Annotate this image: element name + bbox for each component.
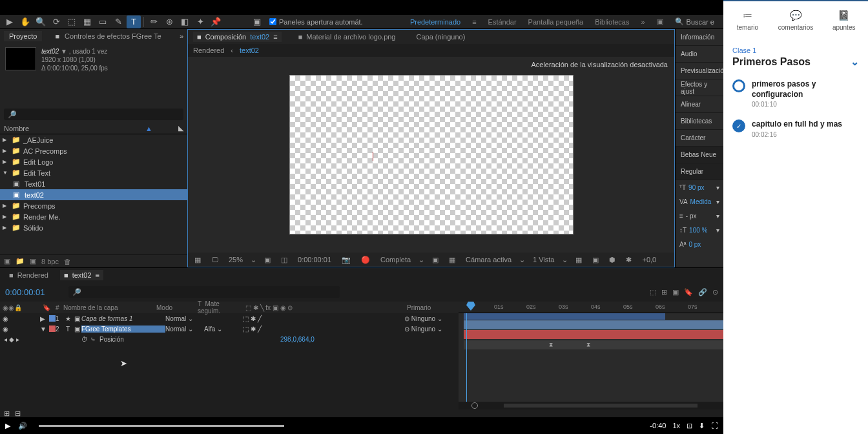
puppet-tool-icon[interactable]: 📌 bbox=[209, 16, 223, 28]
workspace-standard[interactable]: Estándar bbox=[488, 18, 517, 26]
new-folder-icon[interactable]: 📁 bbox=[16, 257, 25, 265]
font-size[interactable]: 90 px bbox=[688, 184, 704, 191]
panel-info[interactable]: Información bbox=[676, 29, 723, 46]
layer-row-1[interactable]: ◉ ▶ 1 ★ ▣ Capa de formas 1 Normal ⌄ ⬚ ✱ … bbox=[0, 313, 459, 324]
transparency-icon[interactable]: ▦ bbox=[446, 256, 458, 264]
tl-graph-icon[interactable]: ⊞ bbox=[661, 288, 667, 296]
folder-solid[interactable]: ▶📁Sólido bbox=[0, 222, 187, 233]
snap-icon[interactable]: ▣ bbox=[250, 16, 264, 28]
tl-render-icon[interactable]: ⊙ bbox=[712, 288, 718, 296]
panel-preview[interactable]: Previsualizació bbox=[676, 63, 723, 79]
play-button[interactable]: ▶ bbox=[5, 422, 10, 430]
timeline-ruler[interactable]: 01s 02s 03s 04s 05s 06s 07s bbox=[459, 302, 723, 313]
ruler-icon[interactable]: ▣ bbox=[590, 256, 601, 264]
tl-snap-icon[interactable]: ▣ bbox=[672, 288, 679, 296]
trash-icon[interactable]: 🗑 bbox=[64, 258, 71, 265]
more-panels-icon[interactable]: » bbox=[180, 32, 183, 40]
time-display[interactable]: 0:00:00:01 bbox=[295, 256, 334, 264]
timeline-tab-text02[interactable]: ■text02≡ bbox=[60, 270, 103, 280]
guides-icon[interactable]: ▦ bbox=[573, 256, 584, 264]
mask-icon[interactable]: ◫ bbox=[278, 256, 290, 264]
label-icon[interactable]: ◣ bbox=[178, 124, 183, 132]
effect-controls-tab[interactable]: Controles de efectos FGree Te bbox=[59, 31, 167, 41]
layer-tab[interactable]: Capa (ninguno) bbox=[413, 32, 470, 42]
speed-button[interactable]: 1x bbox=[672, 422, 680, 429]
tl-marker-icon[interactable]: 🔖 bbox=[684, 288, 693, 296]
folder-ac-precomps[interactable]: ▶📁AC Precomps bbox=[0, 145, 187, 156]
font-weight-dropdown[interactable]: Regular bbox=[676, 163, 723, 180]
breadcrumb-current[interactable]: text02 bbox=[240, 46, 259, 54]
comp-text02[interactable]: ▣text02 bbox=[0, 189, 187, 200]
timeline-timecode[interactable]: 0:00:00:01 bbox=[0, 287, 65, 297]
timeline-search[interactable]: 🔎 bbox=[68, 286, 340, 298]
lp-lesson-2[interactable]: ✓ capitulo en full hd y mas 00:02:16 bbox=[732, 119, 859, 138]
rect-tool-icon[interactable]: ▭ bbox=[96, 16, 110, 28]
folder-render-me[interactable]: ▶📁Render Me. bbox=[0, 211, 187, 222]
volume-icon[interactable]: 🔊 bbox=[18, 422, 27, 430]
lp-tab-comentarios[interactable]: 💬 comentarios bbox=[772, 1, 820, 39]
vscale[interactable]: 100 % bbox=[689, 227, 707, 234]
workspace-default[interactable]: Predeterminado bbox=[410, 18, 460, 26]
panel-effects[interactable]: Efectos y ajust bbox=[676, 79, 723, 96]
lp-section-title[interactable]: Primeros Pasos ⌄ bbox=[732, 56, 859, 68]
comp-viewer-tab[interactable]: ■Composición text02 ≡ bbox=[193, 32, 282, 42]
zoom-tool-icon[interactable]: 🔍 bbox=[34, 16, 48, 28]
sort-arrow-icon[interactable]: ▲ bbox=[145, 125, 152, 132]
panel-audio[interactable]: Audio bbox=[676, 46, 723, 63]
tl-attach-icon[interactable]: 🔗 bbox=[698, 288, 707, 296]
clone-tool-icon[interactable]: ⊛ bbox=[162, 16, 176, 28]
playhead[interactable] bbox=[466, 302, 475, 311]
composition-canvas[interactable] bbox=[289, 75, 574, 234]
footage-tab[interactable]: ■Material de archivo logo.png bbox=[294, 32, 400, 42]
resolution-dropdown[interactable]: Completa bbox=[378, 256, 413, 264]
download-icon[interactable]: ⬇ bbox=[699, 422, 705, 430]
layer2-bar[interactable] bbox=[464, 330, 723, 339]
comp-text01[interactable]: ▣Text01 bbox=[0, 178, 187, 189]
folder-aejuice[interactable]: ▶📁_AEJuice bbox=[0, 134, 187, 145]
exposure-reset-icon[interactable]: ✱ bbox=[623, 256, 634, 264]
keyframe-1[interactable]: ⧗ bbox=[549, 342, 553, 349]
workspace-libraries[interactable]: Bibliotecas bbox=[595, 18, 629, 26]
workspace-small[interactable]: Pantalla pequeña bbox=[528, 18, 584, 26]
folder-edit-text[interactable]: ▼📁Edit Text bbox=[0, 167, 187, 178]
layer-row-2[interactable]: ◉ ▼ 2 T ▣ FGree Templates Normal ⌄ Alfa … bbox=[0, 324, 459, 334]
snapshot-icon[interactable]: 📷 bbox=[339, 256, 353, 264]
roi-icon[interactable]: ▣ bbox=[429, 256, 441, 264]
panel-libraries[interactable]: Bibliotecas bbox=[676, 113, 723, 130]
font-dropdown[interactable]: Bebas Neue bbox=[676, 147, 723, 163]
project-search[interactable]: 🔎 bbox=[4, 108, 183, 120]
type-tool-icon[interactable]: T bbox=[127, 16, 141, 28]
camera-tool-icon[interactable]: ⬚ bbox=[65, 16, 79, 28]
help-search[interactable]: 🔍 Buscar e bbox=[675, 17, 714, 26]
brush-tool-icon[interactable]: ✏ bbox=[147, 16, 161, 28]
orbit-tool-icon[interactable]: ⟳ bbox=[49, 16, 63, 28]
workspace-menu-icon[interactable]: ≡ bbox=[472, 18, 476, 26]
display-icon[interactable]: 🖵 bbox=[209, 256, 221, 264]
panel-align[interactable]: Alinear bbox=[676, 96, 723, 113]
selection-tool-icon[interactable]: ▶ bbox=[3, 16, 17, 28]
col-name[interactable]: Nombre bbox=[4, 125, 145, 132]
views-dropdown[interactable]: 1 Vista bbox=[530, 256, 557, 264]
work-area[interactable] bbox=[464, 313, 665, 320]
leading[interactable]: - px bbox=[686, 212, 697, 220]
toggle-modes-icon[interactable]: ⊟ bbox=[15, 409, 21, 418]
timeline-tab-rendered[interactable]: ■Rendered bbox=[5, 270, 52, 280]
breadcrumb-rendered[interactable]: Rendered bbox=[193, 46, 224, 54]
channels-icon[interactable]: 🔴 bbox=[358, 256, 373, 264]
breadcrumb-back-icon[interactable]: ‹ bbox=[231, 46, 233, 54]
folder-edit-logo[interactable]: ▶📁Edit Logo bbox=[0, 156, 187, 167]
toggle-switches-icon[interactable]: ⊞ bbox=[4, 409, 10, 418]
exposure-value[interactable]: +0,0 bbox=[639, 256, 659, 264]
pan-behind-tool-icon[interactable]: ▦ bbox=[80, 16, 94, 28]
keyframe-2[interactable]: ⧗ bbox=[586, 342, 590, 349]
chevron-down-icon[interactable]: ⌄ bbox=[851, 56, 859, 68]
kerning[interactable]: Medida bbox=[690, 198, 712, 205]
auto-open-checkbox[interactable]: Paneles apertura automát. bbox=[269, 18, 363, 26]
folder-precomps[interactable]: ▶📁Precomps bbox=[0, 200, 187, 211]
progress-bar[interactable] bbox=[39, 425, 284, 427]
roto-tool-icon[interactable]: ✦ bbox=[193, 16, 207, 28]
eraser-tool-icon[interactable]: ◧ bbox=[178, 16, 192, 28]
property-position[interactable]: ◂ ◆ ▸ ⏱ ⤷ Posición 298,0,664,0 bbox=[0, 334, 459, 344]
3d-icon[interactable]: ⬢ bbox=[606, 256, 618, 264]
more-icon[interactable]: » bbox=[641, 18, 645, 26]
